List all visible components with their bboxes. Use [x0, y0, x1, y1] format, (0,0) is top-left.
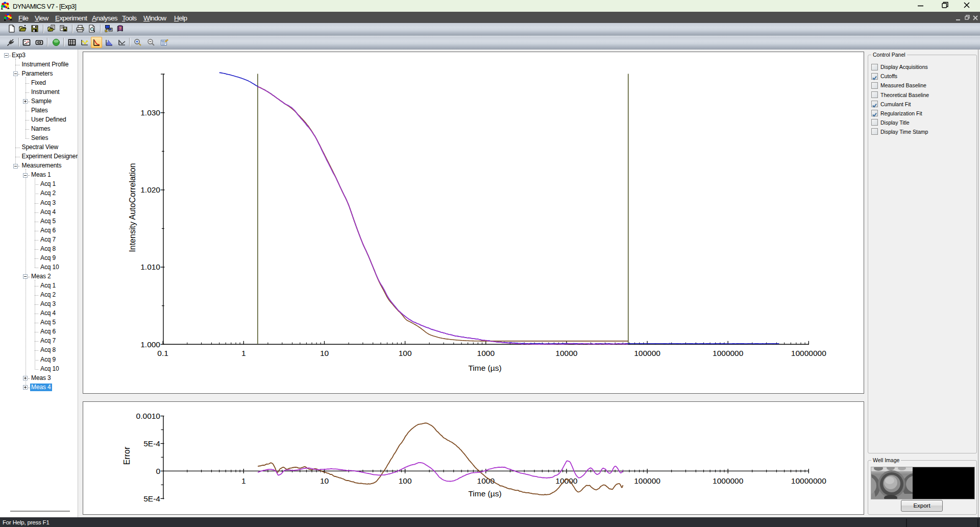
svg-text:1000000: 1000000	[713, 476, 744, 485]
svg-text:Error: Error	[122, 446, 131, 465]
svg-text:100000: 100000	[634, 349, 660, 357]
svg-text:10: 10	[320, 349, 329, 357]
svg-text:0: 0	[156, 467, 160, 475]
svg-text:5E-4: 5E-4	[143, 494, 160, 503]
svg-text:1.000: 1.000	[140, 340, 160, 349]
svg-text:100: 100	[399, 349, 412, 357]
svg-text:Time (µs): Time (µs)	[468, 489, 501, 498]
svg-text:1: 1	[241, 349, 246, 357]
svg-text:0.0010: 0.0010	[136, 412, 161, 420]
svg-text:1: 1	[241, 476, 246, 485]
svg-text:10000000: 10000000	[791, 476, 826, 485]
svg-text:10000000: 10000000	[791, 349, 826, 357]
svg-text:1.010: 1.010	[140, 262, 160, 271]
svg-text:0.1: 0.1	[157, 349, 168, 357]
svg-text:5E-4: 5E-4	[143, 439, 160, 448]
svg-text:1000000: 1000000	[713, 349, 744, 357]
svg-text:10000: 10000	[555, 476, 577, 485]
svg-text:100000: 100000	[634, 476, 660, 485]
svg-text:10: 10	[320, 476, 329, 485]
svg-text:Intensity AutoCorrelation: Intensity AutoCorrelation	[128, 163, 137, 252]
svg-text:Time (µs): Time (µs)	[468, 364, 501, 372]
svg-text:1000: 1000	[477, 349, 495, 357]
svg-text:1.030: 1.030	[140, 108, 160, 117]
svg-text:?: ?	[119, 26, 121, 31]
svg-text:1.020: 1.020	[140, 185, 160, 194]
svg-text:10000: 10000	[555, 349, 577, 357]
svg-text:100: 100	[399, 476, 412, 485]
